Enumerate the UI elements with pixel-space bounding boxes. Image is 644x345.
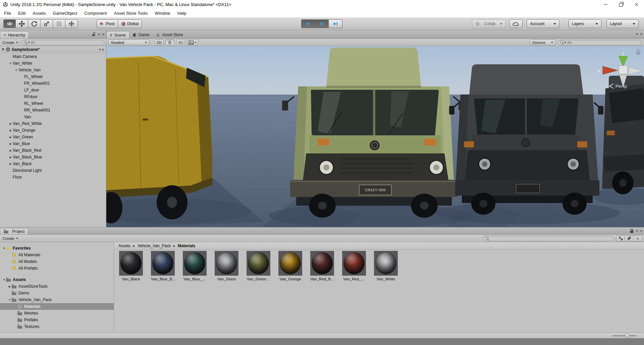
- scene-search-input[interactable]: All: [557, 40, 642, 45]
- hierarchy-item[interactable]: RL_Wheel: [0, 100, 106, 107]
- scale-tool-button[interactable]: [41, 19, 53, 28]
- shading-mode-dropdown[interactable]: Shaded: [108, 40, 149, 45]
- material-item[interactable]: Van_Black: [119, 251, 143, 281]
- lock-closed-icon[interactable]: [630, 229, 634, 233]
- project-tree-item[interactable]: Meshes: [0, 310, 114, 317]
- breadcrumb-materials[interactable]: Materials: [178, 244, 195, 248]
- hierarchy-item[interactable]: ▶ Van_Blue: [0, 140, 106, 147]
- material-item[interactable]: Van_Blue_…: [183, 251, 207, 281]
- hierarchy-item[interactable]: ▶ Van_Black: [0, 160, 106, 167]
- project-tree-item[interactable]: Demo: [0, 290, 114, 296]
- breadcrumb-assets[interactable]: Assets: [118, 244, 130, 248]
- move-tool-button[interactable]: [16, 19, 28, 28]
- cloud-button[interactable]: [509, 19, 523, 28]
- foldout-arrow[interactable]: ▼: [14, 69, 18, 72]
- pivot-button[interactable]: Pivot: [97, 19, 118, 28]
- rect-tool-button[interactable]: [53, 19, 65, 28]
- layout-dropdown[interactable]: Layout: [606, 19, 639, 28]
- scene-viewport[interactable]: CRAZY-VAN: [106, 46, 644, 227]
- menu-item[interactable]: Assets: [33, 11, 46, 16]
- background-van[interactable]: [602, 76, 644, 194]
- hierarchy-create-button[interactable]: Create: [2, 41, 19, 45]
- foldout-arrow[interactable]: ▼: [2, 278, 6, 281]
- panel-menu-icon[interactable]: [640, 32, 642, 36]
- panel-menu-icon[interactable]: [102, 32, 104, 36]
- project-tree-item[interactable]: ▼ Vehicle_Van_Pack: [0, 296, 114, 303]
- close-button[interactable]: [629, 0, 644, 9]
- material-item[interactable]: Van_White: [374, 251, 398, 281]
- tab-hierarchy[interactable]: Hierarchy: [0, 31, 29, 39]
- play-button[interactable]: [301, 19, 315, 28]
- tab-project[interactable]: Project: [0, 228, 28, 234]
- project-tree-item[interactable]: All Materials: [0, 252, 114, 258]
- tab-asset-store[interactable]: Asset Store: [153, 31, 186, 39]
- slider-knob[interactable]: [625, 334, 629, 338]
- audio-toggle-button[interactable]: [176, 40, 185, 45]
- foldout-arrow[interactable]: ▼: [2, 247, 6, 250]
- step-button[interactable]: [329, 19, 342, 28]
- layers-dropdown[interactable]: Layers: [569, 19, 601, 28]
- foldout-arrow[interactable]: ▶: [8, 136, 13, 139]
- hierarchy-item[interactable]: ▶ Van_Red_White: [0, 120, 106, 127]
- search-by-type-button[interactable]: [616, 235, 625, 242]
- minimize-button[interactable]: [598, 0, 613, 9]
- lighting-toggle-button[interactable]: [165, 40, 174, 45]
- global-button[interactable]: Global: [118, 19, 142, 28]
- rotate-tool-button[interactable]: [28, 19, 41, 28]
- tab-scene[interactable]: # Scene: [106, 31, 129, 39]
- hierarchy-item[interactable]: RR_Wheel001: [0, 107, 106, 114]
- material-item[interactable]: Van_Red_…: [342, 251, 366, 281]
- restore-button[interactable]: [613, 0, 629, 9]
- hierarchy-item[interactable]: Floor: [0, 174, 106, 181]
- foldout-arrow[interactable]: ▶: [8, 129, 13, 132]
- hierarchy-search-input[interactable]: All: [21, 40, 104, 45]
- hierarchy-item[interactable]: ▶ Van_Black_Red: [0, 147, 106, 154]
- hierarchy-item[interactable]: RFdoor: [0, 93, 106, 100]
- pause-button[interactable]: [315, 19, 329, 28]
- panel-menu-icon[interactable]: [640, 229, 642, 233]
- thumbnail-size-slider[interactable]: [612, 335, 637, 336]
- chevron-down-icon[interactable]: [99, 49, 101, 50]
- foldout-arrow[interactable]: ▶: [8, 122, 13, 125]
- hand-tool-button[interactable]: [3, 19, 16, 28]
- hierarchy-item[interactable]: LF_door: [0, 87, 106, 93]
- hierarchy-item[interactable]: ▼ Vehicle_Van: [0, 67, 106, 73]
- collab-button[interactable]: Collab: [472, 19, 506, 28]
- project-create-button[interactable]: Create: [2, 236, 19, 240]
- material-item[interactable]: Van_Red_B…: [310, 251, 334, 281]
- project-tree-item[interactable]: All Models: [0, 258, 114, 265]
- foldout-arrow[interactable]: [2, 49, 4, 51]
- project-tree-item[interactable]: Prefabs: [0, 317, 114, 323]
- chevron-down-icon[interactable]: [98, 34, 100, 35]
- menu-item[interactable]: File: [4, 11, 11, 16]
- chevron-down-icon[interactable]: [195, 42, 197, 43]
- material-item[interactable]: Van_Glass: [215, 251, 238, 281]
- scene-menu-icon[interactable]: [102, 48, 104, 52]
- project-tree-item[interactable]: All Prefabs: [0, 265, 114, 272]
- hierarchy-item[interactable]: ▶ Van_Black_Blue: [0, 154, 106, 160]
- foldout-arrow[interactable]: ▼: [8, 298, 12, 301]
- search-by-label-button[interactable]: [625, 235, 634, 242]
- project-tree-item[interactable]: Textures: [0, 323, 114, 330]
- foldout-arrow[interactable]: ▶: [8, 142, 13, 145]
- hierarchy-item[interactable]: ▶ Van_Green: [0, 134, 106, 140]
- menu-item[interactable]: Component: [84, 11, 107, 16]
- menu-item[interactable]: GameObject: [53, 11, 77, 16]
- menu-item[interactable]: Window: [155, 11, 170, 16]
- menu-item[interactable]: Asset Store Tools: [114, 11, 148, 16]
- foldout-arrow[interactable]: ▼: [8, 62, 13, 65]
- foldout-arrow[interactable]: ▶: [8, 156, 13, 159]
- chevron-down-icon[interactable]: [636, 230, 638, 232]
- menu-item[interactable]: Help: [177, 11, 186, 16]
- hierarchy-item[interactable]: Directional Light: [0, 167, 106, 174]
- lock-open-icon[interactable]: [92, 32, 96, 37]
- hierarchy-item[interactable]: FR_Wheel001: [0, 80, 106, 87]
- foldout-arrow[interactable]: ▶: [8, 162, 13, 165]
- account-dropdown[interactable]: Account: [527, 19, 559, 28]
- hierarchy-item[interactable]: Main Camera: [0, 53, 106, 60]
- scene-root-row[interactable]: SampleScene*: [0, 46, 106, 53]
- saved-search-button[interactable]: [634, 235, 642, 242]
- material-item[interactable]: Van_Orange: [278, 251, 302, 281]
- project-tree-item[interactable]: ▼ Favorites: [0, 245, 114, 252]
- hierarchy-item[interactable]: ▶ Van_Orange: [0, 127, 106, 134]
